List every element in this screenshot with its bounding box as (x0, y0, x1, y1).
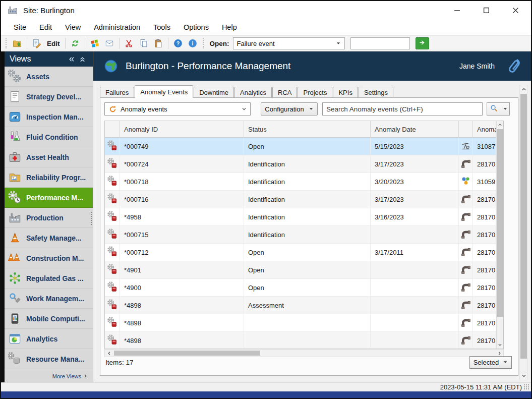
table-row[interactable]: *000724Identification3/17/202328170 (105, 155, 496, 173)
paste-icon[interactable] (152, 37, 165, 50)
tab-anomaly-events[interactable]: Anomaly Events (135, 85, 193, 98)
menu-item-administration[interactable]: Administration (87, 23, 147, 31)
menu-item-site[interactable]: Site (7, 23, 33, 31)
refresh-icon[interactable] (69, 37, 82, 50)
collapse-all-icon[interactable] (77, 56, 88, 63)
go-button[interactable] (416, 37, 429, 49)
search-options-button[interactable] (501, 102, 510, 116)
scroll-down-icon[interactable] (520, 372, 527, 380)
configuration-button[interactable]: Configuration (261, 102, 318, 116)
column-header-anomaly-date[interactable]: Anomaly Date (371, 121, 459, 137)
scroll-up-icon[interactable] (497, 121, 503, 129)
anomaly-gear-icon (107, 317, 117, 329)
sidebar-item-reliability-progr[interactable]: Reliability Progr... (5, 167, 93, 188)
table-row[interactable]: *000716Identification3/17/202328170 (105, 191, 496, 208)
sidebar-item-production[interactable]: Production (5, 208, 93, 228)
scroll-up-icon[interactable] (520, 85, 527, 93)
scroll-left-icon[interactable] (105, 350, 113, 357)
sidebar-item-regulated-gas[interactable]: Regulated Gas ... (5, 268, 93, 289)
search-button[interactable] (487, 102, 501, 116)
sidebar-item-mobile-computi[interactable]: Mobile Computi... (5, 309, 93, 329)
tab-settings[interactable]: Settings (359, 87, 393, 98)
molecule3-icon (460, 176, 471, 188)
sidebar-item-inspection-man[interactable]: Inspection Man... (5, 107, 93, 127)
menu-item-options[interactable]: Options (177, 23, 215, 31)
anomaly-gear-icon (107, 229, 117, 241)
copy-icon[interactable] (137, 37, 150, 50)
toolbar-grip[interactable] (203, 38, 204, 48)
maximize-button[interactable] (471, 1, 501, 19)
table-row[interactable]: *000718Identification3/20/202331059 (105, 173, 496, 191)
column-header-status[interactable]: Status (244, 121, 371, 137)
scrollbar-thumb[interactable] (497, 129, 503, 317)
sidebar-item-fluid-condition[interactable]: Fluid Condition (5, 127, 93, 147)
table-horizontal-scrollbar[interactable] (104, 349, 504, 357)
info-icon[interactable]: i (186, 37, 199, 50)
sidebar-item-strategy-devel[interactable]: Strategy Devel... (5, 87, 93, 107)
scroll-down-icon[interactable] (497, 341, 503, 349)
scroll-right-icon[interactable] (495, 350, 503, 357)
open-folder-icon[interactable] (11, 37, 24, 50)
menu-item-view[interactable]: View (58, 23, 87, 31)
menu-item-help[interactable]: Help (215, 23, 244, 31)
table-row[interactable]: *000715Identification28170 (105, 226, 496, 244)
cut-icon[interactable] (123, 37, 136, 50)
sidebar-item-safety-manage[interactable]: Safety Manage... (5, 228, 93, 248)
more-views-button[interactable]: More Views (5, 370, 93, 382)
folder-photo-icon (8, 170, 22, 184)
sidebar-item-work-managem[interactable]: Work Managem... (5, 289, 93, 309)
table-row[interactable]: *489828170 (105, 314, 496, 332)
sidebar-item-label: Fluid Condition (26, 133, 78, 141)
help-icon[interactable]: ? (171, 37, 185, 50)
table-row[interactable]: *489828170 (105, 332, 496, 349)
paperclip-icon[interactable] (503, 56, 523, 76)
minimize-button[interactable] (442, 1, 471, 19)
entity-selector-combobox[interactable]: Anomaly events (104, 102, 251, 116)
column-header-anomaly[interactable]: Anomaly (473, 121, 496, 137)
caret-down-icon[interactable] (336, 40, 341, 47)
edit-icon[interactable] (30, 37, 43, 50)
open-entity-combobox[interactable]: Failure event (233, 37, 345, 49)
collapse-panel-icon[interactable] (66, 56, 77, 63)
separator (65, 38, 66, 49)
scrollbar-thumb[interactable] (114, 351, 260, 356)
table-row[interactable]: *4900Open28170 (105, 279, 496, 297)
table-row[interactable]: *4898Assessment28170 (105, 297, 496, 314)
sidebar-item-performance-m[interactable]: Performance M... (5, 188, 93, 208)
share-icon[interactable] (103, 37, 116, 50)
quick-search-input[interactable] (350, 37, 410, 49)
tab-projects[interactable]: Projects (298, 87, 332, 98)
table-row[interactable]: *4958Identification3/16/202328170 (105, 208, 496, 226)
resize-grip[interactable] (523, 384, 529, 390)
column-header-anomaly-id[interactable]: Anomaly ID (120, 121, 244, 137)
tab-downtime[interactable]: Downtime (194, 87, 234, 98)
menu-item-edit[interactable]: Edit (33, 23, 58, 31)
toolbar-grip[interactable] (6, 38, 7, 48)
scrollbar-thumb[interactable] (520, 94, 527, 359)
table-row[interactable]: *4901Open28170 (105, 261, 496, 279)
table-vertical-scrollbar[interactable] (496, 121, 503, 349)
tab-failures[interactable]: Failures (100, 87, 134, 98)
page-vertical-scrollbar[interactable] (519, 85, 528, 380)
tab-kpis[interactable]: KPIs (333, 87, 358, 98)
search-input[interactable] (322, 102, 483, 116)
tab-rca[interactable]: RCA (272, 87, 297, 98)
sidebar-splitter-handle[interactable] (91, 212, 93, 225)
sidebar-item-assets[interactable]: Assets (5, 67, 93, 87)
sidebar-item-resource-mana[interactable]: Resource Mana... (5, 349, 93, 369)
menu-item-tools[interactable]: Tools (147, 23, 177, 31)
table-row[interactable]: *000712Open3/17/201128170 (105, 244, 496, 261)
sidebar-item-analytics[interactable]: Analytics (5, 329, 93, 349)
close-button[interactable] (501, 1, 530, 19)
column-header-icon[interactable] (459, 121, 473, 137)
table-row[interactable]: *000749Open5/15/202331087 (105, 138, 496, 155)
apps-icon[interactable] (88, 37, 101, 50)
selected-dropdown-button[interactable]: Selected (469, 356, 512, 369)
tab-analytics[interactable]: Analytics (234, 87, 272, 98)
anomaly-gear-icon (105, 226, 120, 243)
sidebar-item-label: Regulated Gas ... (26, 274, 84, 282)
sidebar-item-construction-m[interactable]: Construction M... (5, 248, 93, 268)
edit-button-label[interactable]: Edit (45, 40, 62, 47)
sidebar-item-asset-health[interactable]: Asset Health (5, 147, 93, 167)
column-header-icon[interactable] (105, 121, 120, 137)
